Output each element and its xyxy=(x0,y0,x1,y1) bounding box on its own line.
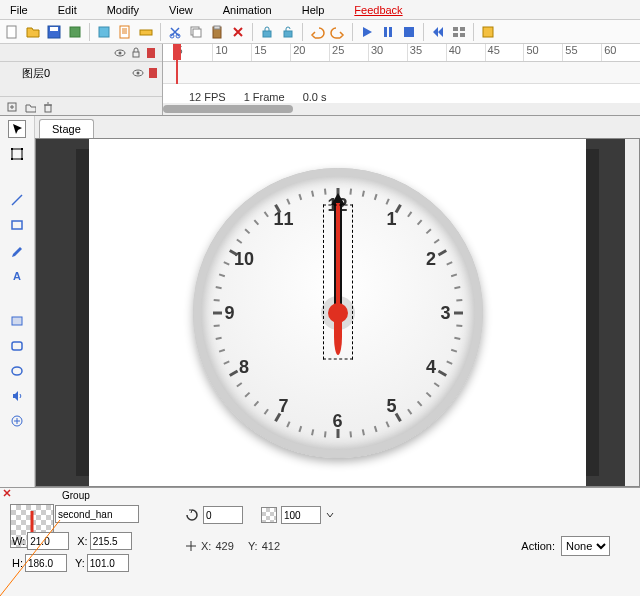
delete-icon[interactable] xyxy=(229,23,247,41)
grid-icon[interactable] xyxy=(450,23,468,41)
pencil-tool-icon[interactable] xyxy=(8,241,26,259)
save-icon[interactable] xyxy=(45,23,63,41)
clock-tick xyxy=(446,261,452,265)
y-input[interactable] xyxy=(87,554,129,572)
alpha-input[interactable] xyxy=(281,506,321,524)
playhead[interactable] xyxy=(171,44,183,84)
color-swatch-icon[interactable] xyxy=(148,67,158,79)
object-name-input[interactable] xyxy=(55,505,139,523)
rewind-icon[interactable] xyxy=(429,23,447,41)
svg-rect-33 xyxy=(11,148,13,150)
menu-feedback[interactable]: Feedback xyxy=(354,4,402,16)
oval-tool-icon[interactable] xyxy=(8,362,26,380)
svg-rect-6 xyxy=(140,30,152,35)
trash-icon[interactable] xyxy=(42,101,54,113)
eye-icon[interactable] xyxy=(132,67,144,79)
clock-tick xyxy=(349,188,352,194)
clock-tick xyxy=(456,298,462,301)
redo-icon[interactable] xyxy=(329,23,347,41)
export-icon[interactable] xyxy=(66,23,84,41)
timeline-panel: 图层0 51015202530354045505560 12 FPS 1 Fra… xyxy=(0,44,640,116)
svg-rect-37 xyxy=(12,221,22,229)
add-tool-icon[interactable] xyxy=(8,412,26,430)
svg-rect-12 xyxy=(214,26,220,29)
clock-tick xyxy=(263,211,268,217)
clock-tick xyxy=(323,431,326,437)
line-tool-icon[interactable] xyxy=(8,191,26,209)
timeline-ruler[interactable]: 51015202530354045505560 xyxy=(163,44,640,62)
menu-help[interactable]: Help xyxy=(302,4,325,16)
stop-icon[interactable] xyxy=(400,23,418,41)
rect-solid-tool-icon[interactable] xyxy=(8,312,26,330)
cursor-y-label: Y: xyxy=(248,540,258,552)
menu-view[interactable]: View xyxy=(169,4,193,16)
clock-number: 9 xyxy=(224,302,234,323)
menu-file[interactable]: File xyxy=(10,4,28,16)
play-icon[interactable] xyxy=(358,23,376,41)
second-hand[interactable] xyxy=(336,203,340,313)
add-layer-icon[interactable] xyxy=(6,101,18,113)
vertical-scrollbar[interactable] xyxy=(625,139,639,486)
unlock-icon[interactable] xyxy=(279,23,297,41)
width-input[interactable] xyxy=(27,532,69,550)
layer-name: 图层0 xyxy=(22,66,132,81)
svg-rect-25 xyxy=(133,52,139,57)
library-icon[interactable] xyxy=(95,23,113,41)
new-file-icon[interactable] xyxy=(3,23,21,41)
transform-tool-icon[interactable] xyxy=(8,145,26,163)
clock-tick xyxy=(223,261,229,265)
timeline-scrollbar[interactable] xyxy=(163,103,640,115)
lock-icon[interactable] xyxy=(258,23,276,41)
svg-rect-0 xyxy=(7,26,16,38)
rect-tool-icon[interactable] xyxy=(8,216,26,234)
pause-icon[interactable] xyxy=(379,23,397,41)
clock-tick xyxy=(298,193,302,199)
clock-object[interactable]: 121234567891011 xyxy=(193,168,483,458)
rounded-rect-tool-icon[interactable] xyxy=(8,337,26,355)
cut-icon[interactable] xyxy=(166,23,184,41)
clock-number: 3 xyxy=(440,302,450,323)
rotation-input[interactable] xyxy=(203,506,243,524)
open-file-icon[interactable] xyxy=(24,23,42,41)
add-folder-icon[interactable] xyxy=(24,101,36,113)
timeline-track[interactable] xyxy=(163,62,640,84)
menu-animation[interactable]: Animation xyxy=(223,4,272,16)
text-tool-icon[interactable]: A xyxy=(8,266,26,284)
stage-tab[interactable]: Stage xyxy=(39,119,94,138)
main-toolbar xyxy=(0,20,640,44)
copy-icon[interactable] xyxy=(187,23,205,41)
layer-row[interactable]: 图层0 xyxy=(0,62,162,84)
svg-rect-20 xyxy=(453,33,458,37)
lock-column-icon[interactable] xyxy=(130,47,142,59)
eye-icon[interactable] xyxy=(114,47,126,59)
settings-icon[interactable] xyxy=(479,23,497,41)
clock-center-dot xyxy=(328,303,348,323)
ruler-icon[interactable] xyxy=(137,23,155,41)
action-select[interactable]: None xyxy=(561,536,610,556)
clock-tick xyxy=(454,311,463,314)
svg-rect-32 xyxy=(12,149,22,159)
document-icon[interactable] xyxy=(116,23,134,41)
clock-tick xyxy=(311,190,314,196)
color-column-icon[interactable] xyxy=(146,47,156,59)
x-input[interactable] xyxy=(90,532,132,550)
selection-tool-icon[interactable] xyxy=(8,120,26,138)
height-input[interactable] xyxy=(25,554,67,572)
close-panel-icon[interactable] xyxy=(2,488,12,498)
height-label: H: xyxy=(12,552,23,574)
canvas[interactable]: 121234567891011 xyxy=(35,138,640,487)
menu-edit[interactable]: Edit xyxy=(58,4,77,16)
svg-rect-15 xyxy=(384,27,387,37)
svg-rect-39 xyxy=(12,317,22,325)
menu-modify[interactable]: Modify xyxy=(107,4,139,16)
clock-number: 2 xyxy=(426,248,436,269)
clock-tick xyxy=(218,273,224,277)
undo-icon[interactable] xyxy=(308,23,326,41)
clock-tick xyxy=(228,369,237,376)
clock-number: 4 xyxy=(426,356,436,377)
dropdown-icon[interactable] xyxy=(325,508,335,522)
paste-icon[interactable] xyxy=(208,23,226,41)
alpha-swatch-icon[interactable] xyxy=(261,507,277,523)
audio-tool-icon[interactable] xyxy=(8,387,26,405)
clock-tick xyxy=(253,219,259,225)
